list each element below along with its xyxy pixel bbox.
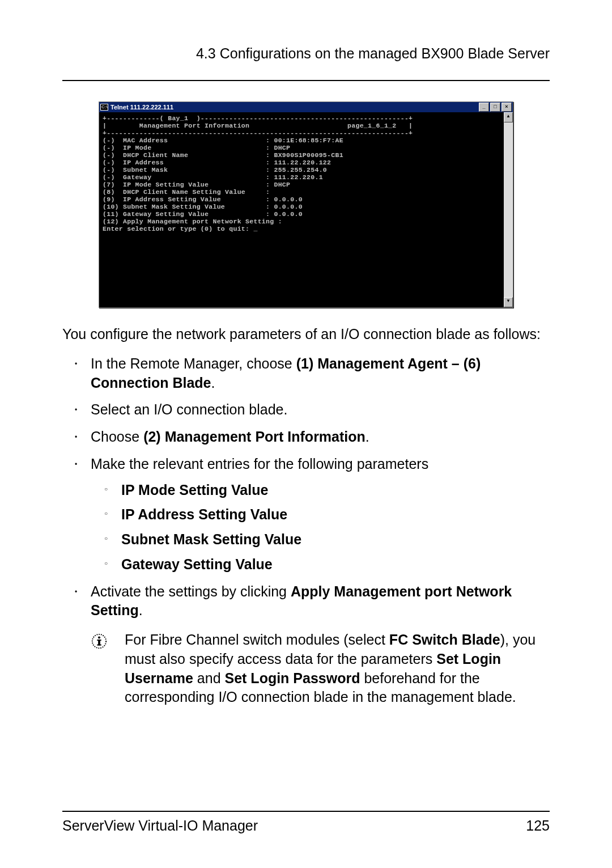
scroll-track[interactable] <box>504 122 513 297</box>
text: and <box>193 670 225 686</box>
text: Make the relevant entries for the follow… <box>91 456 428 472</box>
text: In the Remote Manager, choose <box>91 355 296 371</box>
system-menu-icon[interactable]: C:\ <box>100 104 108 111</box>
scrollbar[interactable]: ▲ ▼ <box>504 112 513 307</box>
sub-item: Subnet Mask Setting Value <box>121 530 550 549</box>
telnet-window: C:\ Telnet 111.22.222.111 _ □ × +-------… <box>99 101 513 308</box>
intro-paragraph: You configure the network parameters of … <box>62 325 550 344</box>
instruction-list: In the Remote Manager, choose (1) Manage… <box>62 354 550 620</box>
text: . <box>366 429 369 444</box>
footer-rule <box>62 811 550 812</box>
page-number: 125 <box>526 818 550 834</box>
list-item: Make the relevant entries for the follow… <box>91 455 550 574</box>
maximize-button[interactable]: □ <box>490 103 500 112</box>
text: Choose <box>91 429 143 444</box>
parameter-sublist: IP Mode Setting Value IP Address Setting… <box>91 481 550 574</box>
sub-item: IP Mode Setting Value <box>121 481 550 500</box>
footer-title: ServerView Virtual-IO Manager <box>62 818 258 834</box>
bold-text: Set Login Password <box>225 670 360 686</box>
list-item: Choose (2) Management Port Information. <box>91 427 550 447</box>
close-button[interactable]: × <box>502 103 512 112</box>
bold-text: FC Switch Blade <box>389 632 500 647</box>
window-titlebar: C:\ Telnet 111.22.222.111 _ □ × <box>99 102 513 112</box>
list-item: In the Remote Manager, choose (1) Manage… <box>91 354 550 393</box>
terminal-content[interactable]: +-------------( Bay_1 )-----------------… <box>99 112 504 307</box>
text: Activate the settings by clicking <box>91 583 291 599</box>
scroll-up-button[interactable]: ▲ <box>504 112 513 122</box>
svg-rect-3 <box>97 640 101 641</box>
sub-item: IP Address Setting Value <box>121 505 550 524</box>
text: For Fibre Channel switch modules (select <box>125 632 389 647</box>
bold-text: (2) Management Port Information <box>143 429 366 444</box>
minimize-button[interactable]: _ <box>479 103 489 112</box>
svg-rect-4 <box>97 645 101 646</box>
info-note: For Fibre Channel switch modules (select… <box>91 630 550 707</box>
window-title: Telnet 111.22.222.111 <box>110 104 478 111</box>
info-text: For Fibre Channel switch modules (select… <box>125 630 550 707</box>
page-footer: ServerView Virtual-IO Manager 125 <box>62 811 550 834</box>
section-header: 4.3 Configurations on the managed BX900 … <box>62 45 550 62</box>
scroll-down-button[interactable]: ▼ <box>504 297 513 307</box>
sub-item: Gateway Setting Value <box>121 555 550 574</box>
list-item: Activate the settings by clicking Apply … <box>91 582 550 621</box>
svg-point-1 <box>98 636 100 638</box>
text: . <box>139 602 143 618</box>
info-icon <box>91 633 108 650</box>
header-rule <box>62 80 550 81</box>
list-item: Select an I/O connection blade. <box>91 400 550 420</box>
text: . <box>211 375 215 391</box>
